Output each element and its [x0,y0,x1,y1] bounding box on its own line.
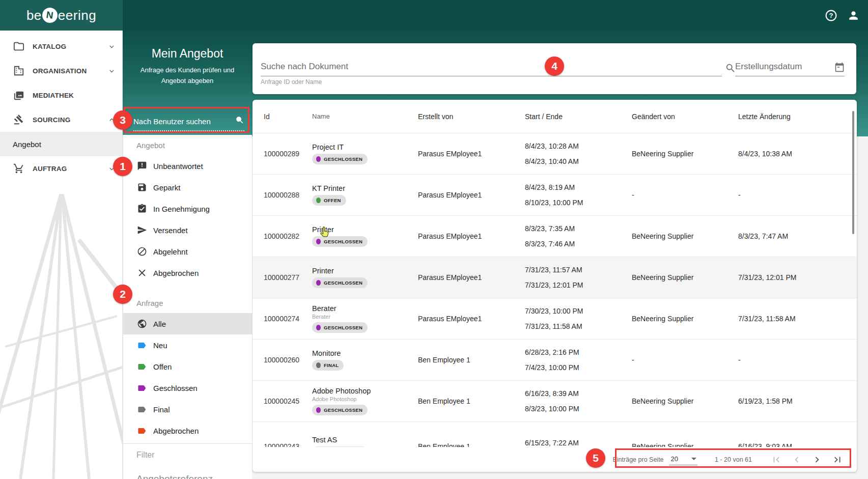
cell-created-by: Ben Employee 1 [418,356,525,364]
document-search-input[interactable] [261,62,722,76]
table-row[interactable]: 100000245 Adobe Photoshop Adobe Photosho… [253,380,857,421]
filter-item-label: Neu [153,341,167,350]
filter-item-label: Abgelehnt [153,247,188,256]
logo-text-pre: be [26,8,42,23]
cell-start-ende: 8/3/23, 7:35 AM 8/3/23, 7:46 AM [525,224,632,248]
column-header-geaendert-von: Geändert von [632,112,738,121]
document-link[interactable]: KT Printer [312,184,345,192]
table-header: Id Name Erstellt von Start / Ende Geände… [253,100,857,133]
filter-item-in-genehmigung[interactable]: In Genehmigung [123,198,252,219]
cell-start-ende: 6/28/23, 2:16 PM 7/4/23, 10:00 PM [525,348,632,372]
document-search-field[interactable] [261,58,722,76]
filter-item-alle[interactable]: Alle [123,313,252,334]
page-subtitle: Anfrage des Kunden prüfen und Angebot ab… [129,65,246,87]
status-dot-icon [316,325,321,330]
document-link[interactable]: Adobe Photoshop [312,387,371,395]
document-subtitle: Berater [312,314,418,320]
angebot-panel: Mein Angebot Anfrage des Kunden prüfen u… [123,31,252,479]
user-icon[interactable] [847,9,860,22]
tag-icon [136,404,147,415]
search-icon[interactable] [725,63,736,74]
filter-item-abgebrochen-angebot[interactable]: Abgebrochen [123,262,252,284]
annotation-step-5: 5 [586,448,605,468]
creation-date-field[interactable] [735,58,845,76]
start-date: 6/28/23, 2:16 PM [525,348,632,356]
document-link[interactable]: Monitore [312,349,341,357]
document-link[interactable]: Printer [312,267,334,275]
filter-item-geschlossen[interactable]: Geschlossen [123,377,252,399]
filter-item-unbeantwortet[interactable]: Unbeantwortet [123,155,252,177]
cell-created-by: Ben Employee 1 [418,442,525,447]
sidebar-item-katalog[interactable]: KATALOG [0,34,122,59]
status-badge: OFFEN [312,195,346,206]
cell-id: 100000245 [264,397,312,405]
globe-icon [136,319,147,329]
filter-item-offen[interactable]: Offen [123,356,252,377]
cell-last-change: 6/19/23, 1:58 PM [738,397,857,405]
table-row[interactable]: 100000260 Monitore FINAL Ben Employee 1 … [253,339,857,380]
cell-name: Project IT GESCHLOSSEN [312,143,418,164]
end-date: 8/4/23, 10:40 AM [525,157,632,165]
vertical-scrollbar[interactable] [852,111,854,234]
status-badge: GESCHLOSSEN [312,236,368,247]
cell-changed-by: BeNeering Supplier [632,315,738,323]
sidebar-subitem-label: Angebot [13,140,41,149]
document-link[interactable]: Printer [312,226,334,234]
calendar-icon[interactable] [834,62,845,72]
filter-item-abgebrochen-anfrage[interactable]: Abgebrochen [123,420,252,441]
column-header-letzte-aenderung: Letzte Änderung [738,112,857,121]
end-date: 7/4/23, 10:00 PM [525,363,632,372]
table-row[interactable]: 100000289 Project IT GESCHLOSSEN Parasus… [253,133,857,174]
start-date: 8/4/23, 10:28 AM [525,142,632,150]
end-date: 8/10/23, 10:00 PM [525,199,632,207]
cell-id: 100000289 [264,150,312,158]
status-dot-icon [316,198,321,203]
filter-item-versendet[interactable]: Versendet [123,219,252,241]
main-sidebar: KATALOG ORGANISATION MEDIATHEK SOURCING … [0,31,123,479]
sidebar-item-auftrag[interactable]: AUFTRAG [0,156,122,181]
filter-item-label: Geschlossen [153,384,198,392]
sidebar-item-label: MEDIATHEK [33,92,115,99]
document-link[interactable]: Project IT [312,143,344,151]
sidebar-item-organisation[interactable]: ORGANISATION [0,59,122,83]
filter-item-neu[interactable]: Neu [123,334,252,356]
filter-item-geparkt[interactable]: Geparkt [123,177,252,198]
table-row[interactable]: 100000274 Berater Berater GESCHLOSSEN Pa… [253,298,857,339]
document-link[interactable]: Berater [312,304,337,313]
status-badge: GESCHLOSSEN [312,154,368,164]
table-row[interactable]: 100000282 Printer GESCHLOSSEN Parasus EM… [253,215,857,257]
filter-item-label: Versendet [153,226,188,235]
tag-icon [136,426,147,436]
cell-id: 100000260 [264,356,312,364]
table-row[interactable]: 100000277 Printer GESCHLOSSEN Parasus EM… [253,257,857,298]
document-link[interactable]: Test AS [312,436,337,444]
table-row[interactable]: 100000243 Test AS GESCHLOSSEN Ben Employ… [253,421,857,447]
filter-item-abgelehnt[interactable]: Abgelehnt [123,241,252,262]
start-date: 8/4/23, 8:19 AM [525,183,632,191]
filter-item-final[interactable]: Final [123,399,252,420]
sidebar-item-sourcing[interactable]: SOURCING [0,107,122,132]
filter-item-label: Final [153,405,170,414]
cell-name: Printer GESCHLOSSEN [312,226,418,247]
table-row[interactable]: 100000288 KT Printer OFFEN Parasus EMplo… [253,174,857,215]
cell-name: Monitore FINAL [312,349,418,371]
status-badge: GESCHLOSSEN [312,446,368,447]
cell-last-change: 7/31/23, 11:58 AM [738,315,857,323]
table-body: 100000289 Project IT GESCHLOSSEN Parasus… [253,133,857,447]
help-icon[interactable]: ? [824,9,837,22]
folder-icon [13,41,24,52]
status-badge: GESCHLOSSEN [312,322,368,333]
cell-last-change: 6/16/23, 9:03 AM [738,442,857,447]
sidebar-item-mediathek[interactable]: MEDIATHEK [0,83,122,107]
sidebar-item-angebot[interactable]: Angebot [0,132,122,156]
status-badge: GESCHLOSSEN [312,277,368,288]
cell-created-by: Parasus EMployee1 [418,315,525,323]
status-badge: FINAL [312,360,344,371]
creation-date-input[interactable] [735,62,834,76]
cell-start-ende: 6/15/23, 7:22 AM [525,439,632,447]
cell-last-change: - [738,191,857,199]
filter-item-label: Abgebrochen [153,427,199,435]
start-date: 6/16/23, 8:39 AM [525,389,632,398]
status-dot-icon [316,407,321,413]
status-dot-icon [316,362,321,368]
